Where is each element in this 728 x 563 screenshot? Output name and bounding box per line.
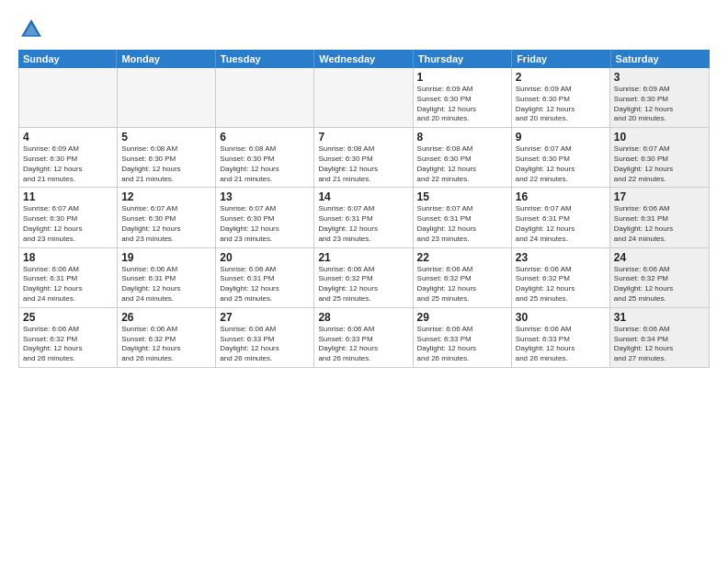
- day-info: Sunrise: 6:08 AM Sunset: 6:30 PM Dayligh…: [417, 144, 507, 184]
- logo: [18, 17, 48, 42]
- calendar-day-13: 13Sunrise: 6:07 AM Sunset: 6:30 PM Dayli…: [216, 188, 314, 247]
- calendar-day-12: 12Sunrise: 6:07 AM Sunset: 6:30 PM Dayli…: [118, 188, 216, 247]
- day-number: 7: [318, 131, 408, 144]
- day-number: 29: [417, 311, 507, 324]
- logo-icon: [18, 17, 44, 42]
- day-info: Sunrise: 6:07 AM Sunset: 6:30 PM Dayligh…: [614, 144, 705, 184]
- calendar-day-25: 25Sunrise: 6:06 AM Sunset: 6:32 PM Dayli…: [19, 308, 118, 367]
- day-number: 4: [23, 131, 113, 144]
- calendar-day-22: 22Sunrise: 6:06 AM Sunset: 6:32 PM Dayli…: [414, 248, 512, 307]
- day-number: 26: [121, 311, 211, 324]
- calendar-day-20: 20Sunrise: 6:06 AM Sunset: 6:31 PM Dayli…: [216, 248, 314, 307]
- calendar-day-2: 2Sunrise: 6:09 AM Sunset: 6:30 PM Daylig…: [512, 68, 610, 127]
- day-number: 14: [318, 190, 408, 203]
- calendar-day-30: 30Sunrise: 6:06 AM Sunset: 6:33 PM Dayli…: [512, 308, 610, 367]
- day-number: 21: [318, 251, 408, 264]
- calendar-day-4: 4Sunrise: 6:09 AM Sunset: 6:30 PM Daylig…: [19, 128, 118, 187]
- day-info: Sunrise: 6:08 AM Sunset: 6:30 PM Dayligh…: [220, 144, 310, 184]
- calendar-day-3: 3Sunrise: 6:09 AM Sunset: 6:30 PM Daylig…: [610, 68, 709, 127]
- day-number: 24: [614, 251, 705, 264]
- calendar-empty-cell: [118, 68, 216, 127]
- day-info: Sunrise: 6:06 AM Sunset: 6:32 PM Dayligh…: [417, 265, 507, 304]
- day-number: 19: [121, 251, 211, 264]
- calendar-day-7: 7Sunrise: 6:08 AM Sunset: 6:30 PM Daylig…: [314, 128, 413, 187]
- header: [18, 17, 710, 42]
- page: SundayMondayTuesdayWednesdayThursdayFrid…: [0, 0, 728, 563]
- day-info: Sunrise: 6:07 AM Sunset: 6:30 PM Dayligh…: [516, 144, 606, 184]
- day-number: 3: [614, 71, 705, 84]
- calendar-day-1: 1Sunrise: 6:09 AM Sunset: 6:30 PM Daylig…: [414, 68, 512, 127]
- day-number: 8: [417, 131, 507, 144]
- calendar-day-24: 24Sunrise: 6:06 AM Sunset: 6:32 PM Dayli…: [610, 248, 709, 307]
- day-info: Sunrise: 6:06 AM Sunset: 6:31 PM Dayligh…: [121, 265, 211, 304]
- day-info: Sunrise: 6:09 AM Sunset: 6:30 PM Dayligh…: [417, 85, 507, 124]
- calendar-day-14: 14Sunrise: 6:07 AM Sunset: 6:31 PM Dayli…: [314, 188, 413, 247]
- day-number: 13: [220, 190, 310, 203]
- day-number: 25: [23, 311, 113, 324]
- day-info: Sunrise: 6:06 AM Sunset: 6:32 PM Dayligh…: [614, 265, 705, 304]
- day-info: Sunrise: 6:06 AM Sunset: 6:31 PM Dayligh…: [23, 265, 113, 304]
- day-header-thursday: Thursday: [414, 50, 512, 68]
- calendar-empty-cell: [314, 68, 413, 127]
- calendar-day-19: 19Sunrise: 6:06 AM Sunset: 6:31 PM Dayli…: [118, 248, 216, 307]
- day-info: Sunrise: 6:08 AM Sunset: 6:30 PM Dayligh…: [121, 144, 211, 184]
- day-number: 22: [417, 251, 507, 264]
- day-number: 31: [614, 311, 705, 324]
- calendar-day-17: 17Sunrise: 6:06 AM Sunset: 6:31 PM Dayli…: [610, 188, 709, 247]
- calendar-rows: 1Sunrise: 6:09 AM Sunset: 6:30 PM Daylig…: [19, 68, 709, 367]
- calendar-body: 1Sunrise: 6:09 AM Sunset: 6:30 PM Daylig…: [18, 68, 710, 368]
- day-number: 28: [318, 311, 408, 324]
- calendar-day-23: 23Sunrise: 6:06 AM Sunset: 6:32 PM Dayli…: [512, 248, 610, 307]
- day-info: Sunrise: 6:06 AM Sunset: 6:34 PM Dayligh…: [614, 325, 705, 364]
- day-number: 11: [23, 190, 113, 203]
- day-number: 2: [516, 71, 606, 84]
- day-info: Sunrise: 6:08 AM Sunset: 6:30 PM Dayligh…: [318, 144, 408, 184]
- day-info: Sunrise: 6:06 AM Sunset: 6:33 PM Dayligh…: [318, 325, 408, 364]
- day-number: 27: [220, 311, 310, 324]
- day-number: 18: [23, 251, 113, 264]
- calendar-empty-cell: [19, 68, 118, 127]
- calendar-day-15: 15Sunrise: 6:07 AM Sunset: 6:31 PM Dayli…: [414, 188, 512, 247]
- calendar-day-8: 8Sunrise: 6:08 AM Sunset: 6:30 PM Daylig…: [414, 128, 512, 187]
- calendar-day-26: 26Sunrise: 6:06 AM Sunset: 6:32 PM Dayli…: [118, 308, 216, 367]
- day-info: Sunrise: 6:07 AM Sunset: 6:31 PM Dayligh…: [318, 204, 408, 244]
- day-info: Sunrise: 6:07 AM Sunset: 6:31 PM Dayligh…: [417, 204, 507, 244]
- calendar-day-18: 18Sunrise: 6:06 AM Sunset: 6:31 PM Dayli…: [19, 248, 118, 307]
- calendar-header: SundayMondayTuesdayWednesdayThursdayFrid…: [18, 50, 710, 68]
- calendar-day-16: 16Sunrise: 6:07 AM Sunset: 6:31 PM Dayli…: [512, 188, 610, 247]
- day-info: Sunrise: 6:06 AM Sunset: 6:32 PM Dayligh…: [516, 265, 606, 304]
- day-info: Sunrise: 6:06 AM Sunset: 6:33 PM Dayligh…: [417, 325, 507, 364]
- day-header-tuesday: Tuesday: [216, 50, 314, 68]
- day-info: Sunrise: 6:09 AM Sunset: 6:30 PM Dayligh…: [516, 85, 606, 124]
- day-info: Sunrise: 6:07 AM Sunset: 6:30 PM Dayligh…: [121, 204, 211, 244]
- day-info: Sunrise: 6:07 AM Sunset: 6:31 PM Dayligh…: [516, 204, 606, 244]
- day-info: Sunrise: 6:06 AM Sunset: 6:32 PM Dayligh…: [318, 265, 408, 304]
- calendar-day-21: 21Sunrise: 6:06 AM Sunset: 6:32 PM Dayli…: [314, 248, 413, 307]
- calendar-empty-cell: [216, 68, 314, 127]
- day-number: 16: [516, 190, 606, 203]
- calendar-day-10: 10Sunrise: 6:07 AM Sunset: 6:30 PM Dayli…: [610, 128, 709, 187]
- day-header-wednesday: Wednesday: [314, 50, 413, 68]
- day-number: 10: [614, 131, 705, 144]
- day-info: Sunrise: 6:06 AM Sunset: 6:32 PM Dayligh…: [121, 325, 211, 364]
- calendar-day-27: 27Sunrise: 6:06 AM Sunset: 6:33 PM Dayli…: [216, 308, 314, 367]
- day-info: Sunrise: 6:06 AM Sunset: 6:31 PM Dayligh…: [614, 204, 705, 244]
- day-number: 5: [121, 131, 211, 144]
- day-number: 20: [220, 251, 310, 264]
- calendar-day-6: 6Sunrise: 6:08 AM Sunset: 6:30 PM Daylig…: [216, 128, 314, 187]
- calendar-week-2: 11Sunrise: 6:07 AM Sunset: 6:30 PM Dayli…: [19, 188, 709, 247]
- day-info: Sunrise: 6:09 AM Sunset: 6:30 PM Dayligh…: [23, 144, 113, 184]
- calendar-week-0: 1Sunrise: 6:09 AM Sunset: 6:30 PM Daylig…: [19, 68, 709, 128]
- day-number: 23: [516, 251, 606, 264]
- day-number: 9: [516, 131, 606, 144]
- day-info: Sunrise: 6:06 AM Sunset: 6:32 PM Dayligh…: [23, 325, 113, 364]
- calendar-day-31: 31Sunrise: 6:06 AM Sunset: 6:34 PM Dayli…: [610, 308, 709, 367]
- day-header-sunday: Sunday: [18, 50, 117, 68]
- day-number: 17: [614, 190, 705, 203]
- day-info: Sunrise: 6:06 AM Sunset: 6:33 PM Dayligh…: [516, 325, 606, 364]
- calendar-week-4: 25Sunrise: 6:06 AM Sunset: 6:32 PM Dayli…: [19, 308, 709, 367]
- calendar-day-11: 11Sunrise: 6:07 AM Sunset: 6:30 PM Dayli…: [19, 188, 118, 247]
- calendar-day-29: 29Sunrise: 6:06 AM Sunset: 6:33 PM Dayli…: [414, 308, 512, 367]
- day-number: 1: [417, 71, 507, 84]
- day-number: 6: [220, 131, 310, 144]
